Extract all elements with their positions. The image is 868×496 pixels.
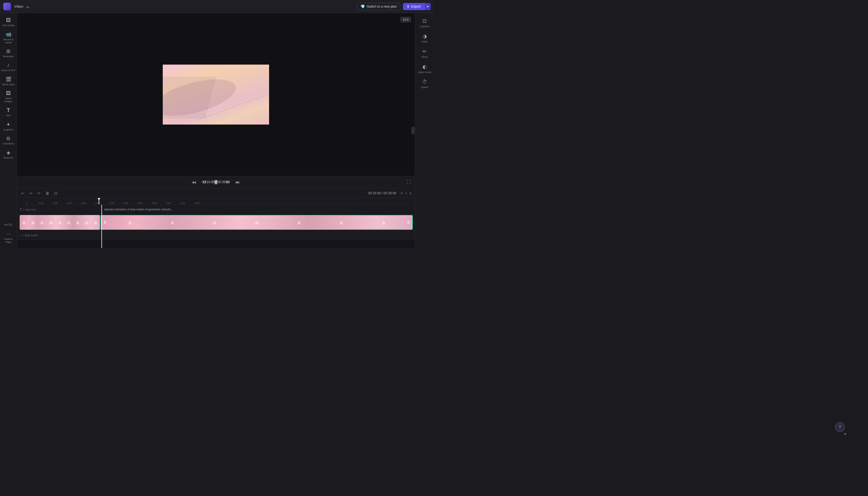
feature-flags-icon: ⋯ bbox=[6, 231, 11, 237]
right-tool-adjust-colors[interactable]: ◐ Adjust colors bbox=[415, 61, 434, 76]
playhead[interactable] bbox=[99, 198, 99, 204]
video-track: ⏸ ⏸ bbox=[17, 215, 415, 230]
video-clip-left[interactable] bbox=[20, 215, 100, 230]
zoom-controls: + − ⤡ bbox=[401, 191, 412, 196]
right-tool-label: Filters bbox=[421, 56, 428, 58]
left-sidebar: 🖼 Your media 📹 Record &create ⊞ Template… bbox=[0, 13, 17, 248]
export-button-group: ⬆ Export ▾ bbox=[403, 3, 431, 10]
right-tool-label: Fade bbox=[422, 40, 428, 43]
skip-to-start-button[interactable]: ⏮ bbox=[191, 179, 197, 186]
fade-icon: ◑ bbox=[422, 33, 427, 39]
ruler-mark: 0:40 bbox=[161, 202, 175, 204]
sidebar-item-stock-video[interactable]: 🎬 Stock video bbox=[0, 74, 17, 88]
thumbnail-button[interactable]: ⊡ bbox=[53, 190, 59, 196]
sidebar-item-transitions[interactable]: ⧉ Transitions bbox=[0, 134, 17, 148]
expand-timeline-button[interactable]: ⤡ bbox=[409, 191, 412, 196]
ruler-mark: 0:48 bbox=[190, 202, 204, 204]
stock-images-icon: 🖼 bbox=[6, 91, 11, 96]
sidebar-item-text[interactable]: T Text bbox=[0, 105, 17, 119]
app-logo bbox=[3, 3, 11, 10]
delete-button[interactable]: 🗑 bbox=[44, 190, 51, 196]
right-tool-fade[interactable]: ◑ Fade bbox=[415, 31, 434, 46]
ruler-mark: 0:16 bbox=[76, 202, 91, 204]
cloud-icon: ☁ bbox=[25, 4, 30, 9]
record-icon: 📹 bbox=[5, 31, 12, 37]
collapse-right-panel-button[interactable]: ‹ bbox=[412, 127, 415, 134]
locale-label: en-US bbox=[4, 223, 12, 227]
center-area: 16:9 ⏮ ↺ ⏸ ↻ ⏭ 00:19.99 / 00:39.99 ⛶ ↩ ↪ bbox=[17, 13, 415, 248]
ruler-mark: 0:08 bbox=[48, 202, 62, 204]
templates-icon: ⊞ bbox=[6, 48, 10, 54]
redo-button[interactable]: ↪ bbox=[28, 190, 34, 196]
pause-icon-left: ⏸ bbox=[103, 220, 107, 225]
speed-icon: ⏱ bbox=[422, 79, 427, 85]
cut-button[interactable]: ✂ bbox=[36, 190, 42, 196]
add-audio-button[interactable]: ♪ + Add audio bbox=[17, 234, 41, 237]
topbar: Video ☁ 💎 Switch to a new plan ⬆ Export … bbox=[0, 0, 434, 13]
sidebar-item-record-create[interactable]: 📹 Record &create bbox=[0, 29, 17, 46]
export-dropdown-button[interactable]: ▾ bbox=[424, 3, 431, 10]
time-display: 00:19.99 / 00:39.99 bbox=[202, 180, 230, 184]
sidebar-item-label: Record &create bbox=[3, 38, 14, 44]
sidebar-item-label: Your media bbox=[2, 24, 14, 27]
text-icon: T bbox=[6, 107, 10, 113]
right-tool-filters[interactable]: ✏ Filters bbox=[415, 46, 434, 61]
upgrade-label: Switch to a new plan bbox=[367, 5, 397, 9]
filters-icon: ✏ bbox=[422, 48, 427, 55]
sidebar-item-graphics[interactable]: ✦ Graphics bbox=[0, 119, 17, 134]
zoom-out-button[interactable]: − bbox=[405, 191, 407, 196]
audio-track-icon: ♪ bbox=[20, 234, 21, 237]
upgrade-button[interactable]: 💎 Switch to a new plan bbox=[357, 3, 400, 10]
ruler-mark: 0:36 bbox=[147, 202, 161, 204]
sidebar-item-label: Music & SFX bbox=[1, 69, 15, 72]
sidebar-item-label: Stock images bbox=[1, 97, 16, 103]
sidebar-item-label: Feature Flags bbox=[1, 238, 16, 244]
timeline-ruler: 0 0:04 0:08 0:12 0:16 0:20 0:24 0:28 0:3… bbox=[17, 198, 415, 205]
right-tool-speed[interactable]: ⏱ Speed bbox=[415, 76, 434, 91]
ruler-mark: 0:24 bbox=[105, 202, 119, 204]
tracks-container: T + Add text abstract animation of slow … bbox=[17, 205, 415, 248]
export-main-button[interactable]: ⬆ Export bbox=[403, 3, 424, 10]
sidebar-item-your-media[interactable]: 🖼 Your media bbox=[0, 15, 17, 29]
sidebar-item-label: Stock video bbox=[2, 83, 15, 86]
sidebar-item-en-us[interactable]: en-US bbox=[0, 221, 17, 229]
right-tool-captions[interactable]: ⊡ Captions bbox=[415, 15, 434, 31]
sidebar-item-templates[interactable]: ⊞ Templates bbox=[0, 46, 17, 60]
sidebar-item-label: Brand kit bbox=[3, 156, 13, 159]
export-label: Export bbox=[411, 5, 421, 9]
sidebar-bottom: en-US ⋯ Feature Flags bbox=[0, 221, 17, 246]
right-tool-label: Speed bbox=[421, 86, 428, 89]
sidebar-item-music-sfx[interactable]: ♪ Music & SFX bbox=[0, 60, 17, 74]
ruler-mark: 0:20 bbox=[91, 202, 105, 204]
sidebar-item-label: Templates bbox=[3, 55, 14, 58]
video-canvas bbox=[163, 65, 269, 125]
gem-icon: 💎 bbox=[360, 4, 365, 9]
topbar-title: Video bbox=[14, 4, 23, 9]
main-layout: 🖼 Your media 📹 Record &create ⊞ Template… bbox=[0, 13, 434, 248]
aspect-ratio-badge[interactable]: 16:9 bbox=[401, 17, 411, 22]
sidebar-item-stock-images[interactable]: 🖼 Stock images bbox=[0, 88, 17, 105]
ruler-mark: 0:32 bbox=[133, 202, 147, 204]
pause-icon-right: ⏸ bbox=[406, 220, 410, 225]
right-tool-label: Adjust colors bbox=[418, 71, 432, 74]
zoom-in-button[interactable]: + bbox=[401, 191, 403, 196]
sidebar-item-label: Graphics bbox=[3, 128, 13, 131]
graphics-icon: ✦ bbox=[6, 122, 10, 127]
adjust-colors-icon: ◐ bbox=[422, 64, 427, 70]
sidebar-item-brand[interactable]: ◈ Brand kit bbox=[0, 148, 17, 161]
skip-to-end-button[interactable]: ⏭ bbox=[234, 179, 241, 186]
video-clip-right[interactable]: ⏸ ⏸ bbox=[100, 215, 413, 230]
music-icon: ♪ bbox=[7, 62, 10, 68]
ruler-mark: 0 bbox=[20, 202, 34, 204]
ruler-mark: 0:12 bbox=[62, 202, 76, 204]
sidebar-item-label: Transitions bbox=[2, 142, 14, 145]
brand-icon: ◈ bbox=[6, 150, 10, 156]
your-media-icon: 🖼 bbox=[6, 17, 11, 23]
fullscreen-button[interactable]: ⛶ bbox=[407, 180, 411, 185]
ruler-mark: 0:44 bbox=[175, 202, 190, 204]
ruler-marks: 0 0:04 0:08 0:12 0:16 0:20 0:24 0:28 0:3… bbox=[17, 198, 415, 204]
undo-button[interactable]: ↩ bbox=[20, 190, 26, 196]
video-bg bbox=[163, 65, 269, 125]
transitions-icon: ⧉ bbox=[6, 136, 10, 141]
sidebar-item-feature-flags[interactable]: ⋯ Feature Flags bbox=[0, 229, 17, 246]
